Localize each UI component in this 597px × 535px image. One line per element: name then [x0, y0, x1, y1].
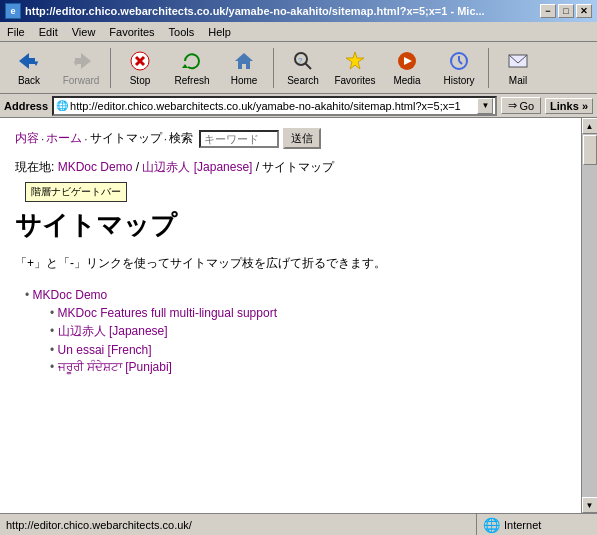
history-button[interactable]: History: [434, 45, 484, 91]
breadcrumb-mkdoc-demo[interactable]: MKDoc Demo: [58, 160, 133, 174]
back-label: Back: [18, 75, 40, 86]
stop-icon: [128, 49, 152, 73]
content-wrapper: 内容 · ホーム · サイトマップ · 検索 送信 現在地: MKDoc Dem…: [0, 118, 597, 513]
search-input[interactable]: [199, 130, 279, 148]
sitemap-subitem-2: 山辺赤人 [Japanese]: [50, 323, 566, 340]
tooltip-box: 階層ナビゲートバー: [15, 184, 566, 204]
window-controls: − □ ✕: [540, 4, 592, 18]
search-form: 送信: [199, 128, 321, 149]
links-button[interactable]: Links »: [545, 98, 593, 114]
media-button[interactable]: Media: [382, 45, 432, 91]
scroll-down-button[interactable]: ▼: [582, 497, 598, 513]
back-icon: ▼: [17, 49, 41, 73]
svg-text:▼: ▼: [72, 59, 80, 68]
status-bar: http://editor.chico.webarchitects.co.uk/…: [0, 513, 597, 535]
toolbar: ▼ Back ▼ Forward Stop Refresh Home ? Sea…: [0, 42, 597, 94]
go-button[interactable]: ⇒ Go: [501, 97, 541, 114]
address-label: Address: [4, 100, 48, 112]
window-title: http://editor.chico.webarchitects.co.uk/…: [25, 5, 485, 17]
sitemap-subitem-1: MKDoc Features full multi-lingual suppor…: [50, 306, 566, 320]
address-input[interactable]: [70, 100, 477, 112]
address-input-wrap: 🌐 ▼: [52, 96, 497, 116]
svg-marker-12: [346, 52, 364, 69]
svg-text:▼: ▼: [32, 59, 40, 68]
sitemap-subitem-3: Un essai [French]: [50, 343, 566, 357]
menu-bar: File Edit View Favorites Tools Help: [0, 22, 597, 42]
nav-home-link[interactable]: ホーム: [46, 130, 82, 147]
scroll-thumb[interactable]: [583, 135, 597, 165]
address-bar: Address 🌐 ▼ ⇒ Go Links »: [0, 94, 597, 118]
title-bar: e http://editor.chico.webarchitects.co.u…: [0, 0, 597, 22]
scroll-up-button[interactable]: ▲: [582, 118, 598, 134]
nav-search-text: 検索: [169, 130, 193, 147]
favorites-button[interactable]: Favorites: [330, 45, 380, 91]
go-arrow-icon: ⇒: [508, 99, 517, 112]
mail-button[interactable]: Mail: [493, 45, 543, 91]
maximize-button[interactable]: □: [558, 4, 574, 18]
menu-help[interactable]: Help: [205, 25, 234, 39]
toolbar-separator-3: [488, 48, 489, 88]
status-url: http://editor.chico.webarchitects.co.uk/: [0, 514, 477, 535]
svg-text:?: ?: [298, 56, 303, 65]
toolbar-separator-2: [273, 48, 274, 88]
forward-button[interactable]: ▼ Forward: [56, 45, 106, 91]
history-label: History: [443, 75, 474, 86]
refresh-button[interactable]: Refresh: [167, 45, 217, 91]
menu-tools[interactable]: Tools: [166, 25, 198, 39]
toolbar-separator-1: [110, 48, 111, 88]
back-button[interactable]: ▼ Back: [4, 45, 54, 91]
sitemap-sublist: MKDoc Features full multi-lingual suppor…: [25, 306, 566, 374]
breadcrumb-sitemap: サイトマップ: [262, 160, 334, 174]
close-button[interactable]: ✕: [576, 4, 592, 18]
mail-label: Mail: [509, 75, 527, 86]
breadcrumb: 現在地: MKDoc Demo / 山辺赤人 [Japanese] / サイトマ…: [15, 159, 566, 176]
breadcrumb-yamabe[interactable]: 山辺赤人 [Japanese]: [142, 160, 252, 174]
search-label: Search: [287, 75, 319, 86]
sitemap-link-multilingual[interactable]: MKDoc Features full multi-lingual suppor…: [58, 306, 277, 320]
address-dropdown[interactable]: ▼: [477, 98, 493, 114]
scrollbar[interactable]: ▲ ▼: [581, 118, 597, 513]
refresh-label: Refresh: [174, 75, 209, 86]
media-label: Media: [393, 75, 420, 86]
svg-marker-7: [182, 64, 188, 68]
favorites-icon: [343, 49, 367, 73]
sitemap-list: MKDoc Demo MKDoc Features full multi-lin…: [15, 288, 566, 374]
menu-view[interactable]: View: [69, 25, 99, 39]
nav-contents-link[interactable]: 内容: [15, 130, 39, 147]
refresh-icon: [180, 49, 204, 73]
home-label: Home: [231, 75, 258, 86]
nav-sep-2: ·: [84, 132, 87, 146]
media-icon: [395, 49, 419, 73]
menu-edit[interactable]: Edit: [36, 25, 61, 39]
forward-icon: ▼: [69, 49, 93, 73]
sitemap-link-mkdoc-demo[interactable]: MKDoc Demo: [33, 288, 108, 302]
nav-sep-3: ·: [164, 132, 167, 146]
svg-line-10: [305, 63, 311, 69]
home-button[interactable]: Home: [219, 45, 269, 91]
scroll-track[interactable]: [582, 134, 598, 497]
sitemap-link-japanese[interactable]: 山辺赤人 [Japanese]: [58, 324, 168, 338]
history-icon: [447, 49, 471, 73]
minimize-button[interactable]: −: [540, 4, 556, 18]
app-icon: e: [5, 3, 21, 19]
address-page-icon: 🌐: [56, 100, 68, 111]
home-icon: [232, 49, 256, 73]
description-text: 「+」と「-」リンクを使ってサイトマップ枝を広げて折るできます。: [15, 255, 566, 272]
go-label: Go: [519, 100, 534, 112]
stop-button[interactable]: Stop: [115, 45, 165, 91]
sitemap-link-punjabi[interactable]: ਜਰੂਰੀ ਸੰਦੇਸ਼ਟਾ [Punjabi]: [58, 360, 172, 374]
sitemap-item-main: MKDoc Demo MKDoc Features full multi-lin…: [25, 288, 566, 374]
svg-marker-8: [235, 53, 253, 69]
page-title: サイトマップ: [15, 208, 566, 243]
menu-favorites[interactable]: Favorites: [106, 25, 157, 39]
sitemap-link-french[interactable]: Un essai [French]: [58, 343, 152, 357]
favorites-label: Favorites: [334, 75, 375, 86]
sitemap-subitem-4: ਜਰੂਰੀ ਸੰਦੇਸ਼ਟਾ [Punjabi]: [50, 360, 566, 374]
breadcrumb-prefix: 現在地:: [15, 160, 58, 174]
search-submit-button[interactable]: 送信: [283, 128, 321, 149]
forward-label: Forward: [63, 75, 100, 86]
menu-file[interactable]: File: [4, 25, 28, 39]
nav-sep-1: ·: [41, 132, 44, 146]
search-button[interactable]: ? Search: [278, 45, 328, 91]
tooltip-text: 階層ナビゲートバー: [25, 182, 127, 202]
